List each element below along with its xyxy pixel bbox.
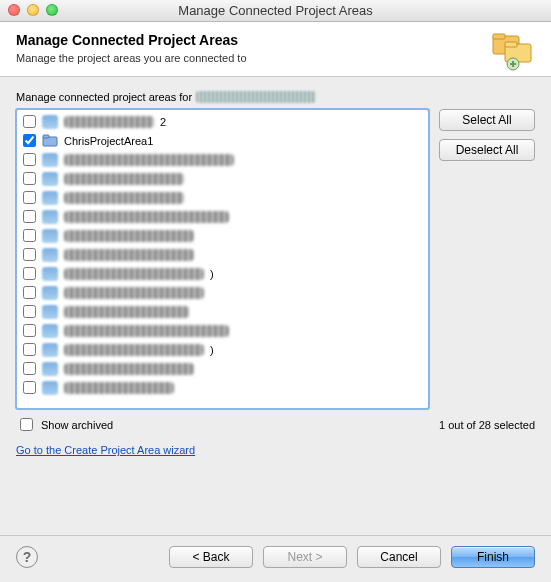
finish-button[interactable]: Finish [451, 546, 535, 568]
window-controls [8, 4, 58, 16]
show-archived-input[interactable] [20, 418, 33, 431]
list-item[interactable]: 2 [17, 112, 428, 131]
list-item-redacted-label [64, 230, 194, 242]
list-item[interactable] [17, 245, 428, 264]
list-item-redacted-label [64, 154, 234, 166]
list-item[interactable]: ) [17, 340, 428, 359]
page-subtitle: Manage the project areas you are connect… [16, 52, 535, 64]
back-button[interactable]: < Back [169, 546, 253, 568]
header-panel: Manage Connected Project Areas Manage th… [0, 22, 551, 77]
close-icon[interactable] [8, 4, 20, 16]
svg-rect-6 [512, 61, 514, 67]
list-item[interactable] [17, 188, 428, 207]
project-area-icon [42, 172, 58, 186]
cancel-button[interactable]: Cancel [357, 546, 441, 568]
list-item[interactable]: ChrisProjectArea1 [17, 131, 428, 150]
show-archived-label: Show archived [41, 419, 113, 431]
list-item[interactable] [17, 302, 428, 321]
list-item-redacted-label [64, 344, 204, 356]
minimize-icon[interactable] [27, 4, 39, 16]
project-area-icon [42, 210, 58, 224]
list-item-redacted-label [64, 287, 204, 299]
list-item-checkbox[interactable] [23, 267, 36, 280]
list-item-redacted-label [64, 192, 184, 204]
selection-count: 1 out of 28 selected [439, 419, 535, 431]
project-area-list[interactable]: 2ChrisProjectArea1)) [16, 109, 429, 409]
list-item-checkbox[interactable] [23, 172, 36, 185]
list-item[interactable] [17, 207, 428, 226]
project-area-icon [42, 248, 58, 262]
list-item-checkbox[interactable] [23, 286, 36, 299]
list-item-checkbox[interactable] [23, 381, 36, 394]
list-item-checkbox[interactable] [23, 305, 36, 318]
list-item-redacted-label [64, 325, 229, 337]
svg-rect-1 [493, 34, 505, 39]
project-area-icon [42, 381, 58, 395]
project-area-icon [42, 134, 58, 148]
list-item-checkbox[interactable] [23, 153, 36, 166]
zoom-icon[interactable] [46, 4, 58, 16]
list-item-checkbox[interactable] [23, 324, 36, 337]
project-area-icon [42, 324, 58, 338]
svg-rect-8 [43, 135, 49, 138]
create-project-area-link[interactable]: Go to the Create Project Area wizard [16, 444, 195, 456]
page-title: Manage Connected Project Areas [16, 32, 535, 48]
select-all-button[interactable]: Select All [439, 109, 535, 131]
list-item-checkbox[interactable] [23, 229, 36, 242]
window-title: Manage Connected Project Areas [178, 3, 372, 18]
list-item-checkbox[interactable] [23, 210, 36, 223]
list-item[interactable] [17, 226, 428, 245]
project-area-icon [42, 286, 58, 300]
project-area-icon [42, 153, 58, 167]
list-item-checkbox[interactable] [23, 248, 36, 261]
desc-prefix: Manage connected project areas for [16, 91, 192, 103]
show-archived-checkbox[interactable]: Show archived [16, 415, 113, 434]
list-item-redacted-label [64, 116, 154, 128]
project-area-icon [42, 115, 58, 129]
desc-line: Manage connected project areas for [16, 91, 535, 103]
list-item-redacted-label [64, 173, 184, 185]
project-area-icon [42, 191, 58, 205]
list-item-redacted-label [64, 306, 189, 318]
next-button: Next > [263, 546, 347, 568]
project-area-icon [42, 305, 58, 319]
list-item-redacted-label [64, 363, 194, 375]
list-item[interactable] [17, 378, 428, 397]
titlebar: Manage Connected Project Areas [0, 0, 551, 22]
list-item-redacted-label [64, 249, 194, 261]
svg-rect-3 [505, 42, 517, 47]
list-item[interactable] [17, 321, 428, 340]
list-item-label-suffix: 2 [160, 116, 166, 128]
desc-redacted [196, 91, 316, 103]
list-item-checkbox[interactable] [23, 362, 36, 375]
footer: ? < Back Next > Cancel Finish [0, 535, 551, 582]
list-item-redacted-label [64, 268, 204, 280]
list-item-label-suffix: ) [210, 268, 214, 280]
list-item-label: ChrisProjectArea1 [64, 135, 153, 147]
body-panel: Manage connected project areas for 2Chri… [0, 77, 551, 464]
list-item[interactable] [17, 169, 428, 188]
list-item-redacted-label [64, 211, 229, 223]
project-area-icon [42, 229, 58, 243]
list-item-label-suffix: ) [210, 344, 214, 356]
project-areas-icon [491, 32, 535, 74]
side-buttons: Select All Deselect All [439, 109, 535, 161]
project-area-icon [42, 343, 58, 357]
list-item-redacted-label [64, 382, 174, 394]
list-item-checkbox[interactable] [23, 343, 36, 356]
deselect-all-button[interactable]: Deselect All [439, 139, 535, 161]
list-item[interactable] [17, 150, 428, 169]
list-item-checkbox[interactable] [23, 134, 36, 147]
list-item[interactable]: ) [17, 264, 428, 283]
list-item-checkbox[interactable] [23, 191, 36, 204]
list-item[interactable] [17, 359, 428, 378]
list-item[interactable] [17, 283, 428, 302]
project-area-icon [42, 362, 58, 376]
help-icon[interactable]: ? [16, 546, 38, 568]
list-item-checkbox[interactable] [23, 115, 36, 128]
project-area-icon [42, 267, 58, 281]
